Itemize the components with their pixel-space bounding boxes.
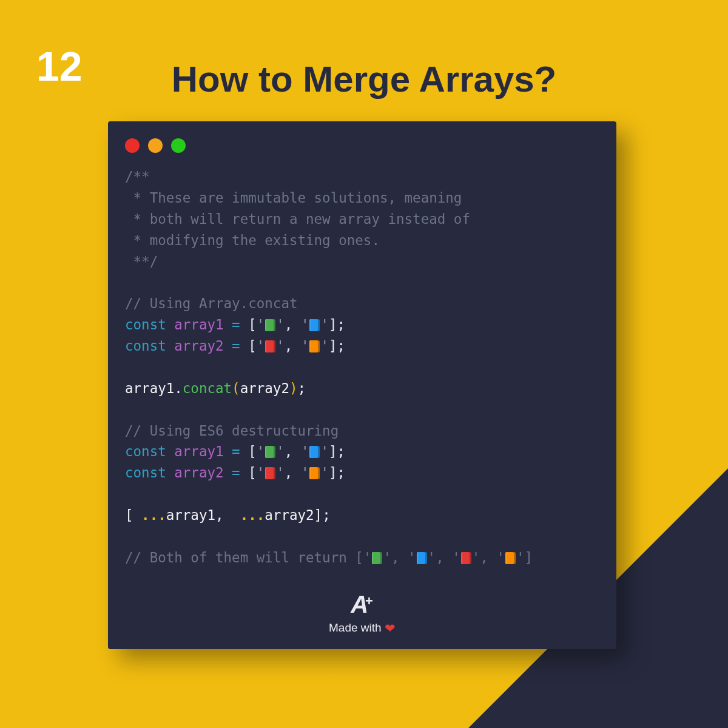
code-string-quote: ' — [276, 465, 285, 480]
book-orange-icon — [309, 467, 320, 479]
code-bracket: ] — [329, 465, 337, 480]
code-string-quote: ' — [257, 317, 265, 332]
book-blue-icon — [309, 319, 320, 331]
code-comment: * both will return a new array instead o… — [125, 211, 470, 227]
code-keyword: const — [125, 465, 166, 480]
code-spread: ... — [240, 507, 265, 523]
code-semicolon: ; — [322, 507, 331, 523]
code-identifier: array2 — [174, 465, 223, 480]
code-string-quote: ' — [276, 317, 285, 332]
code-string-quote: ' — [257, 338, 265, 354]
code-operator: = — [224, 465, 249, 480]
code-window: /** * These are immutable solutions, mea… — [108, 121, 616, 649]
book-blue-icon — [309, 446, 320, 458]
code-semicolon: ; — [337, 465, 346, 480]
code-string-quote: ' — [320, 443, 329, 459]
code-identifier: array1 — [166, 507, 215, 523]
code-paren: ) — [289, 380, 298, 396]
code-string-quote: ' — [320, 317, 329, 332]
code-string-quote: ' — [301, 465, 309, 480]
code-identifier: array2 — [174, 338, 223, 354]
author-handle: @flowforfrank — [0, 673, 728, 690]
code-string-quote: ' — [363, 550, 372, 565]
code-comma: , — [285, 443, 301, 459]
book-red-icon — [265, 467, 275, 479]
code-bracket: [ — [248, 338, 257, 354]
code-comment: * modifying the existing ones. — [125, 232, 380, 248]
code-operator: = — [224, 443, 249, 459]
logo-plus: + — [365, 593, 372, 608]
minimize-icon — [148, 138, 163, 153]
code-string-quote: ' — [496, 550, 505, 565]
code-comment: **/ — [125, 254, 158, 269]
code-keyword: const — [125, 338, 166, 354]
heart-icon: ❤ — [385, 621, 396, 635]
code-string-quote: ' — [428, 550, 436, 565]
code-string-quote: ' — [320, 338, 329, 354]
code-block: /** * These are immutable solutions, mea… — [125, 166, 599, 568]
code-comma: , — [285, 338, 301, 354]
book-red-icon — [265, 340, 275, 352]
code-identifier: array2 — [265, 507, 314, 523]
code-comma: , — [285, 317, 301, 332]
code-keyword: const — [125, 317, 166, 332]
code-string-quote: ' — [276, 338, 285, 354]
code-string-quote: ' — [276, 443, 285, 459]
code-comma: , — [436, 550, 452, 565]
code-bracket: ] — [329, 443, 337, 459]
code-semicolon: ; — [337, 338, 346, 354]
book-orange-icon — [505, 552, 516, 564]
code-bracket: ] — [329, 317, 337, 332]
code-identifier: array2 — [240, 380, 289, 396]
code-dot: . — [174, 380, 183, 396]
code-semicolon: ; — [297, 380, 306, 396]
book-blue-icon — [417, 552, 427, 564]
code-comma: , — [215, 507, 232, 523]
code-comment-text: // Both of them will return [ — [125, 550, 363, 565]
code-string-quote: ' — [452, 550, 460, 565]
code-bracket: [ — [125, 507, 133, 523]
code-string-quote: ' — [516, 550, 525, 565]
code-string-quote: ' — [383, 550, 391, 565]
book-green-icon — [372, 552, 382, 564]
code-string-quote: ' — [408, 550, 416, 565]
maximize-icon — [171, 138, 186, 153]
code-operator: = — [224, 317, 249, 332]
book-green-icon — [265, 446, 275, 458]
code-string-quote: ' — [301, 338, 309, 354]
code-semicolon: ; — [337, 443, 346, 459]
code-operator: = — [224, 338, 249, 354]
window-traffic-lights — [125, 138, 599, 153]
code-comment: // Both of them will return ['', '', '',… — [125, 550, 533, 565]
code-bracket: [ — [248, 317, 257, 332]
code-comment-text: ] — [525, 550, 533, 565]
code-comment: /** — [125, 169, 150, 184]
code-comment: // Using ES6 destructuring — [125, 423, 339, 439]
code-string-quote: ' — [301, 317, 309, 332]
slide-canvas: 12 How to Merge Arrays? /** * These are … — [0, 0, 728, 728]
close-icon — [125, 138, 140, 153]
logo-letter: A — [351, 591, 367, 618]
code-string-quote: ' — [472, 550, 480, 565]
code-string-quote: ' — [301, 443, 309, 459]
code-spread: ... — [141, 507, 166, 523]
code-keyword: const — [125, 443, 166, 459]
code-identifier: array1 — [125, 380, 174, 396]
code-comma: , — [480, 550, 496, 565]
code-string-quote: ' — [257, 465, 265, 480]
code-string-quote: ' — [257, 443, 265, 459]
code-comma: , — [285, 465, 301, 480]
code-bracket: ] — [314, 507, 323, 523]
code-bracket: ] — [329, 338, 337, 354]
code-comment: * These are immutable solutions, meaning — [125, 190, 462, 206]
code-comma: , — [391, 550, 408, 565]
code-comment: // Using Array.concat — [125, 295, 297, 311]
book-green-icon — [265, 319, 275, 331]
card-footer: A+ Made with ❤ — [108, 592, 616, 635]
code-string-quote: ' — [320, 465, 329, 480]
slide-title: How to Merge Arrays? — [0, 58, 728, 100]
code-identifier: array1 — [174, 443, 223, 459]
code-bracket: [ — [248, 465, 257, 480]
made-with-text: Made with — [329, 621, 382, 634]
book-orange-icon — [309, 340, 320, 352]
